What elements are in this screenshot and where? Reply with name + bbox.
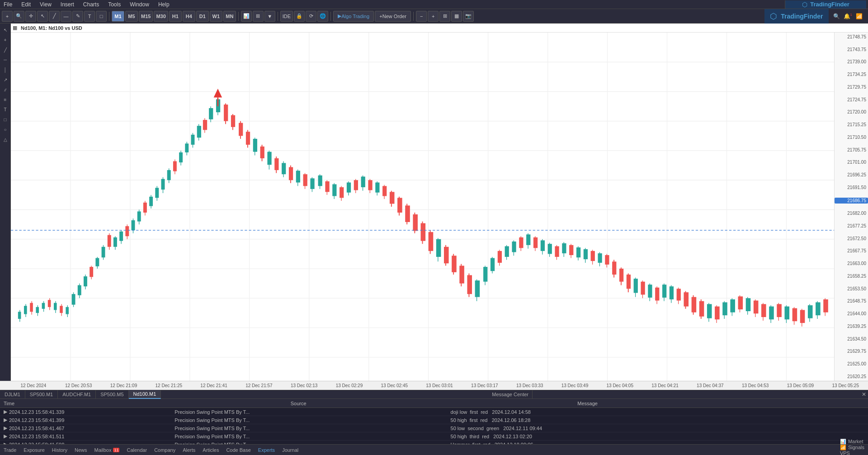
tb-lock[interactable]: 🔒	[294, 11, 305, 22]
lt-hline[interactable]: ─	[1, 55, 10, 64]
svg-rect-66	[137, 211, 141, 221]
btab-nd100m1[interactable]: Nd100.M1	[129, 390, 161, 399]
menu-bar: File Edit View Insert Charts Tools Windo…	[0, 0, 868, 9]
sb-alerts[interactable]: Alerts	[183, 447, 195, 453]
tb-new-chart[interactable]: +	[2, 11, 13, 22]
menu-edit[interactable]: Edit	[19, 1, 33, 8]
menu-view[interactable]: View	[38, 1, 53, 8]
tf-m15[interactable]: M15	[139, 11, 153, 22]
lt-fib[interactable]: ≡	[1, 95, 10, 104]
sb-signals[interactable]: 📶 Signals	[840, 445, 864, 450]
tb-refresh[interactable]: ⟳	[306, 11, 316, 22]
tb-templates[interactable]: ⊞	[253, 11, 264, 22]
svg-rect-44	[72, 294, 75, 304]
tb-screenshot[interactable]: 📷	[463, 11, 474, 22]
sb-news[interactable]: News	[75, 447, 87, 453]
toolbar-sep-2	[238, 12, 239, 21]
tb-objects[interactable]: ▼	[264, 11, 275, 22]
btab-audchf[interactable]: AUDCHF.M1	[58, 390, 96, 399]
toolbar-sep-3	[278, 12, 278, 21]
btab-sp500m1[interactable]: SP500.M1	[25, 390, 58, 399]
lt-cursor[interactable]: ↖	[1, 25, 10, 34]
algo-trading-btn[interactable]: ▶ Algo Trading	[333, 11, 374, 22]
svg-rect-146	[413, 214, 418, 231]
new-order-btn[interactable]: + New Order	[375, 11, 411, 22]
tf-h4[interactable]: H4	[183, 11, 195, 22]
price-21625: 21625.00	[835, 361, 868, 366]
chart-area[interactable]: ▦ Nd100, M1: Nd100 vs USD Return from th…	[11, 24, 868, 381]
tf-m5[interactable]: M5	[125, 11, 138, 22]
lt-vline[interactable]: │	[1, 65, 10, 74]
svg-rect-226	[707, 304, 712, 318]
sb-codebase[interactable]: Code Base	[226, 447, 250, 453]
lt-ellipse[interactable]: ○	[1, 125, 10, 134]
menu-help[interactable]: Help	[156, 1, 171, 8]
svg-rect-68	[143, 203, 147, 213]
menu-window[interactable]: Window	[128, 1, 151, 8]
tb-grid[interactable]: ⊞	[439, 11, 450, 22]
sb-market[interactable]: 📊 Market	[840, 439, 864, 445]
time-9: 13 Dec 03:01	[417, 383, 462, 388]
lt-channel[interactable]: ⫽	[1, 85, 10, 94]
tb-zoom-in[interactable]: 🔍	[14, 11, 24, 22]
time-2: 12 Dec 21:09	[101, 383, 146, 388]
tf-m1[interactable]: M1	[112, 11, 124, 22]
tf-mn[interactable]: MN	[223, 11, 236, 22]
lt-line[interactable]: ╱	[1, 45, 10, 54]
tb-hline[interactable]: —	[61, 11, 71, 22]
svg-rect-172	[512, 242, 516, 252]
tf-m30[interactable]: M30	[154, 11, 168, 22]
tf-w1[interactable]: W1	[210, 11, 222, 22]
tf-d1[interactable]: D1	[196, 11, 209, 22]
msg-order: first	[470, 417, 478, 423]
sb-exposure[interactable]: Exposure	[24, 447, 44, 453]
svg-rect-164	[483, 267, 487, 282]
tb-ide[interactable]: IDE	[280, 11, 293, 22]
sb-experts[interactable]: Experts	[258, 447, 275, 453]
tb-vol[interactable]: ▦	[451, 11, 462, 22]
svg-rect-242	[769, 307, 774, 320]
svg-rect-132	[361, 176, 365, 187]
price-21634: 21634.50	[835, 337, 868, 341]
lt-rect[interactable]: □	[1, 115, 10, 124]
bp-cell-msg: 50 low second green 2024.12.11 09:44	[451, 426, 864, 431]
menu-insert[interactable]: Insert	[59, 1, 76, 8]
tb-globe[interactable]: 🌐	[317, 11, 328, 22]
tb-shapes[interactable]: □	[96, 11, 107, 22]
tb-text[interactable]: T	[84, 11, 95, 22]
msg-date: 2024.12.11 09:44	[503, 426, 542, 431]
market-label: Market	[848, 439, 863, 444]
sb-vps[interactable]: VPS	[840, 450, 864, 455]
svg-rect-252	[808, 305, 813, 318]
msg-color: red	[481, 417, 488, 423]
sb-company[interactable]: Company	[154, 447, 175, 453]
alert-icon[interactable]: 🔔1	[844, 13, 852, 19]
menu-charts[interactable]: Charts	[81, 1, 101, 8]
tb-cursor[interactable]: ↖	[37, 11, 48, 22]
tb-chart-type[interactable]: 📊	[241, 11, 252, 22]
sb-articles[interactable]: Articles	[203, 447, 219, 453]
btab-djlm1[interactable]: DJLM1	[0, 390, 25, 399]
search-icon[interactable]: 🔍	[833, 13, 840, 19]
lt-crosshair[interactable]: +	[1, 35, 10, 44]
tf-h1[interactable]: H1	[169, 11, 182, 22]
tb-zoom-out[interactable]: −	[416, 11, 427, 22]
sb-mailbox[interactable]: Mailbox 11	[94, 447, 120, 453]
lt-trend[interactable]: ↗	[1, 75, 10, 84]
bp-header: Time Source Message	[0, 399, 868, 408]
tb-draw[interactable]: ✎	[72, 11, 83, 22]
menu-tools[interactable]: Tools	[106, 1, 123, 8]
lt-text[interactable]: T	[1, 105, 10, 114]
panel-close-btn[interactable]: ✕	[860, 391, 868, 398]
menu-file[interactable]: File	[2, 1, 14, 8]
btab-sp500m5[interactable]: SP500.M5	[96, 390, 128, 399]
lt-triangle[interactable]: △	[1, 135, 10, 144]
sb-trade[interactable]: Trade	[4, 447, 16, 453]
tb-line[interactable]: ╱	[49, 11, 60, 22]
row-indicator: ▶	[4, 425, 7, 431]
sb-calendar[interactable]: Calendar	[127, 447, 147, 453]
tb-crosshair[interactable]: ✛	[25, 11, 36, 22]
tb-zoom-in2[interactable]: +	[428, 11, 439, 22]
sb-history[interactable]: History	[52, 447, 67, 453]
sb-journal[interactable]: Journal	[282, 447, 298, 453]
